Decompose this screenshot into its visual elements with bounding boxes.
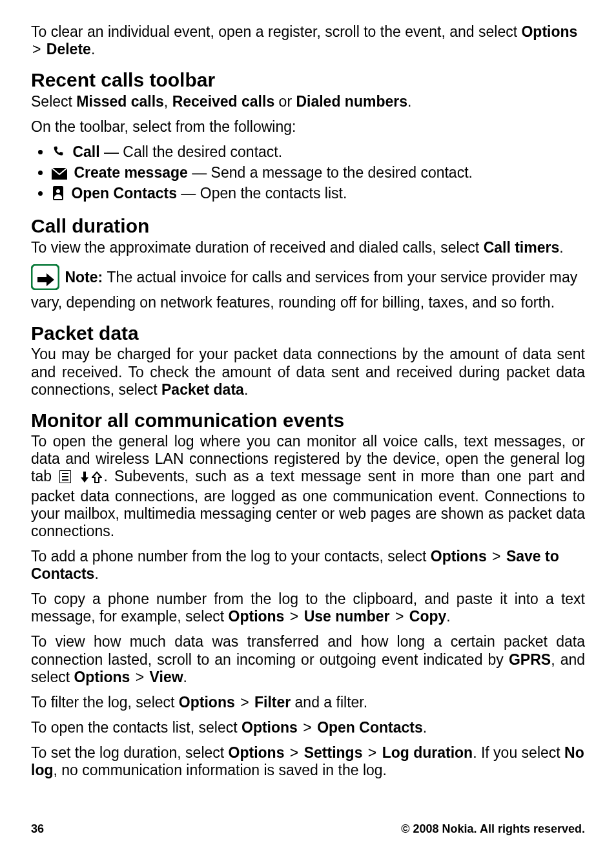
breadcrumb-separator: > [367,744,378,761]
missed-calls-label: Missed calls [76,93,164,110]
call-duration-sentence: To view the approximate duration of rece… [31,239,585,256]
note-arrow-icon [31,264,59,294]
settings-label: Settings [304,744,363,761]
open-contacts-desc: — Open the contacts list. [177,185,347,202]
options-label: Options [179,694,235,711]
breadcrumb-separator: > [239,694,250,711]
call-duration-heading: Call duration [31,214,585,237]
envelope-icon [52,166,67,183]
toolbar-intro: On the toolbar, select from the followin… [31,118,585,136]
manual-page: To clear an individual event, open a reg… [0,0,616,854]
text: To open the contacts list, select [31,719,241,736]
packet-data-heading: Packet data [31,322,585,344]
note-body: The actual invoice for calls and service… [31,269,577,311]
dialed-numbers-label: Dialed numbers [296,93,407,110]
monitor-heading: Monitor all communication events [31,409,585,432]
breadcrumb-separator: > [491,548,502,565]
received-calls-label: Received calls [172,93,275,110]
copyright: © 2008 Nokia. All rights reserved. [401,822,585,836]
options-label: Options [431,548,487,565]
page-footer: 36 © 2008 Nokia. All rights reserved. [31,822,585,836]
monitor-copy-number: To copy a phone number from the log to t… [31,590,585,625]
options-label: Options [229,744,285,761]
use-number-label: Use number [304,608,390,625]
recent-select-sentence: Select Missed calls, Received calls or D… [31,93,585,110]
list-item: Create message — Send a message to the d… [52,164,585,183]
breadcrumb-separator: > [134,669,145,685]
clear-event-paragraph: To clear an individual event, open a reg… [31,23,585,58]
text: and a filter. [291,694,367,711]
text: , no communication information is saved … [54,762,387,778]
options-label: Options [74,669,130,685]
list-item: Call — Call the desired contact. [52,143,585,163]
call-label: Call [72,143,99,160]
breadcrumb-separator: > [289,608,300,625]
breadcrumb-separator: > [302,719,313,736]
text: , [164,93,172,110]
monitor-p1: To open the general log where you can mo… [31,433,585,540]
call-desc: — Call the desired contact. [100,143,283,160]
period: . [94,565,98,582]
toolbar-options-list: Call — Call the desired contact. Create … [31,143,585,204]
options-label: Options [229,608,285,625]
text: You may be charged for your packet data … [31,346,585,397]
text: To clear an individual event, open a reg… [31,23,521,40]
packet-data-label: Packet data [161,381,244,398]
text: . If you select [473,744,564,761]
options-label: Options [521,23,577,40]
create-message-desc: — Send a message to the desired contact. [188,164,473,181]
text: . Subevents, such as a text message sent… [31,468,585,539]
note-block: Note: The actual invoice for calls and s… [31,264,585,311]
options-label: Options [241,719,298,736]
breadcrumb-separator: > [31,41,42,57]
period: . [91,41,95,57]
open-contacts-label: Open Contacts [71,185,177,202]
text: To add a phone number from the log to yo… [31,548,431,565]
monitor-open-contacts: To open the contacts list, select Option… [31,719,585,736]
copy-label: Copy [409,608,447,625]
text: or [274,93,296,110]
delete-label: Delete [46,41,91,57]
breadcrumb-separator: > [394,608,405,625]
period: . [183,669,187,685]
page-number: 36 [31,822,44,836]
text: To set the log duration, select [31,744,229,761]
note-label: Note: [65,269,107,286]
gprs-label: GPRS [509,651,551,668]
view-label: View [150,669,183,685]
monitor-add-number: To add a phone number from the log to yo… [31,548,585,583]
period: . [559,239,563,256]
svg-point-2 [56,189,60,193]
monitor-log-duration: To set the log duration, select Options … [31,744,585,779]
text: To view how much data was transferred an… [31,633,585,667]
open-contacts-label: Open Contacts [317,719,423,736]
text: To filter the log, select [31,694,179,711]
filter-label: Filter [254,694,291,711]
up-arrow-outline-icon [92,470,102,487]
text: To view the approximate duration of rece… [31,239,484,256]
phone-icon [52,145,66,163]
recent-calls-heading: Recent calls toolbar [31,68,585,91]
period: . [407,93,411,110]
text: Select [31,93,76,110]
list-item: Open Contacts — Open the contacts list. [52,185,585,204]
create-message-label: Create message [74,164,187,181]
list-icon [59,470,71,487]
period: . [244,381,248,398]
log-duration-label: Log duration [382,744,473,761]
breadcrumb-separator: > [289,744,300,761]
monitor-gprs: To view how much data was transferred an… [31,633,585,685]
contacts-icon [52,186,65,204]
down-arrow-icon [80,470,89,487]
call-timers-label: Call timers [484,239,560,256]
monitor-filter: To filter the log, select Options > Filt… [31,694,585,711]
period: . [423,719,427,736]
period: . [446,608,450,625]
packet-data-sentence: You may be charged for your packet data … [31,346,585,398]
